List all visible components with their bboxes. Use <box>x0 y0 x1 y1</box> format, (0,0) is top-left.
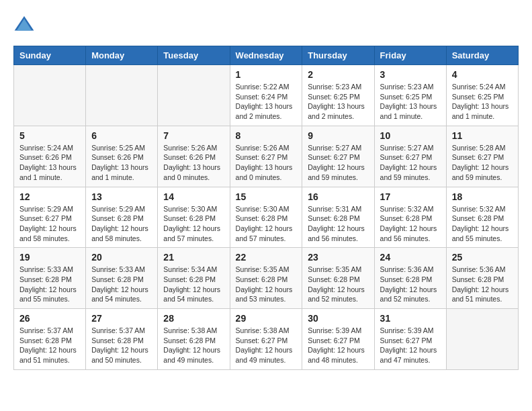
day-number: 26 <box>19 313 80 324</box>
calendar-cell: 28Sunrise: 5:38 AM Sunset: 6:28 PM Dayli… <box>158 309 230 370</box>
day-info: Sunrise: 5:30 AM Sunset: 6:28 PM Dayligh… <box>236 204 297 244</box>
day-number: 22 <box>236 252 297 263</box>
calendar-cell: 8Sunrise: 5:26 AM Sunset: 6:27 PM Daylig… <box>230 126 302 187</box>
day-number: 18 <box>452 191 513 202</box>
day-number: 20 <box>91 252 152 263</box>
calendar-cell: 27Sunrise: 5:37 AM Sunset: 6:28 PM Dayli… <box>86 309 158 370</box>
day-info: Sunrise: 5:22 AM Sunset: 6:24 PM Dayligh… <box>236 82 297 122</box>
day-info: Sunrise: 5:26 AM Sunset: 6:26 PM Dayligh… <box>163 143 224 183</box>
calendar-cell: 19Sunrise: 5:33 AM Sunset: 6:28 PM Dayli… <box>14 248 86 309</box>
day-info: Sunrise: 5:23 AM Sunset: 6:25 PM Dayligh… <box>380 82 441 122</box>
day-info: Sunrise: 5:24 AM Sunset: 6:26 PM Dayligh… <box>19 143 80 183</box>
day-number: 13 <box>91 191 152 202</box>
day-number: 12 <box>19 191 80 202</box>
weekday-header-saturday: Saturday <box>446 46 518 65</box>
calendar-cell: 6Sunrise: 5:25 AM Sunset: 6:26 PM Daylig… <box>86 126 158 187</box>
calendar-cell: 23Sunrise: 5:35 AM Sunset: 6:28 PM Dayli… <box>302 248 374 309</box>
day-info: Sunrise: 5:27 AM Sunset: 6:27 PM Dayligh… <box>308 143 368 183</box>
calendar-cell: 25Sunrise: 5:36 AM Sunset: 6:28 PM Dayli… <box>446 248 518 309</box>
day-info: Sunrise: 5:38 AM Sunset: 6:28 PM Dayligh… <box>163 326 224 365</box>
day-number: 10 <box>380 130 441 141</box>
day-number: 23 <box>308 252 368 263</box>
calendar-cell: 14Sunrise: 5:30 AM Sunset: 6:28 PM Dayli… <box>158 187 230 248</box>
calendar-cell: 5Sunrise: 5:24 AM Sunset: 6:26 PM Daylig… <box>14 126 86 187</box>
day-number: 6 <box>91 130 152 141</box>
day-info: Sunrise: 5:29 AM Sunset: 6:28 PM Dayligh… <box>91 204 152 244</box>
day-info: Sunrise: 5:32 AM Sunset: 6:28 PM Dayligh… <box>380 204 441 244</box>
weekday-header-sunday: Sunday <box>14 46 86 65</box>
calendar-cell: 7Sunrise: 5:26 AM Sunset: 6:26 PM Daylig… <box>158 126 230 187</box>
day-info: Sunrise: 5:26 AM Sunset: 6:27 PM Dayligh… <box>236 143 297 183</box>
calendar-week-2: 5Sunrise: 5:24 AM Sunset: 6:26 PM Daylig… <box>14 126 519 187</box>
weekday-header-tuesday: Tuesday <box>158 46 230 65</box>
day-number: 4 <box>452 69 513 80</box>
page-header <box>13 13 519 35</box>
calendar-table: SundayMondayTuesdayWednesdayThursdayFrid… <box>13 46 519 370</box>
day-number: 19 <box>19 252 80 263</box>
calendar-cell: 15Sunrise: 5:30 AM Sunset: 6:28 PM Dayli… <box>230 187 302 248</box>
calendar-cell: 24Sunrise: 5:36 AM Sunset: 6:28 PM Dayli… <box>374 248 446 309</box>
calendar-cell: 3Sunrise: 5:23 AM Sunset: 6:25 PM Daylig… <box>374 65 446 126</box>
calendar-cell: 2Sunrise: 5:23 AM Sunset: 6:25 PM Daylig… <box>302 65 374 126</box>
calendar-cell: 29Sunrise: 5:38 AM Sunset: 6:27 PM Dayli… <box>230 309 302 370</box>
calendar-cell: 16Sunrise: 5:31 AM Sunset: 6:28 PM Dayli… <box>302 187 374 248</box>
day-number: 14 <box>163 191 224 202</box>
day-number: 8 <box>236 130 297 141</box>
day-number: 5 <box>19 130 80 141</box>
calendar-cell: 4Sunrise: 5:24 AM Sunset: 6:25 PM Daylig… <box>446 65 518 126</box>
day-info: Sunrise: 5:35 AM Sunset: 6:28 PM Dayligh… <box>308 265 368 304</box>
logo-icon <box>13 13 35 35</box>
calendar-cell: 12Sunrise: 5:29 AM Sunset: 6:27 PM Dayli… <box>14 187 86 248</box>
day-info: Sunrise: 5:37 AM Sunset: 6:28 PM Dayligh… <box>91 326 152 365</box>
calendar-week-4: 19Sunrise: 5:33 AM Sunset: 6:28 PM Dayli… <box>14 248 519 309</box>
day-info: Sunrise: 5:25 AM Sunset: 6:26 PM Dayligh… <box>91 143 152 183</box>
day-number: 25 <box>452 252 513 263</box>
day-info: Sunrise: 5:30 AM Sunset: 6:28 PM Dayligh… <box>163 204 224 244</box>
day-info: Sunrise: 5:31 AM Sunset: 6:28 PM Dayligh… <box>308 204 368 244</box>
day-number: 2 <box>308 69 368 80</box>
weekday-header-row: SundayMondayTuesdayWednesdayThursdayFrid… <box>14 46 519 65</box>
day-info: Sunrise: 5:37 AM Sunset: 6:28 PM Dayligh… <box>19 326 80 365</box>
weekday-header-friday: Friday <box>374 46 446 65</box>
calendar-week-1: 1Sunrise: 5:22 AM Sunset: 6:24 PM Daylig… <box>14 65 519 126</box>
calendar-cell: 18Sunrise: 5:32 AM Sunset: 6:28 PM Dayli… <box>446 187 518 248</box>
day-info: Sunrise: 5:36 AM Sunset: 6:28 PM Dayligh… <box>380 265 441 304</box>
day-info: Sunrise: 5:38 AM Sunset: 6:27 PM Dayligh… <box>236 326 297 365</box>
day-number: 3 <box>380 69 441 80</box>
day-info: Sunrise: 5:39 AM Sunset: 6:27 PM Dayligh… <box>308 326 368 365</box>
weekday-header-wednesday: Wednesday <box>230 46 302 65</box>
calendar-cell: 22Sunrise: 5:35 AM Sunset: 6:28 PM Dayli… <box>230 248 302 309</box>
calendar-cell <box>446 309 518 370</box>
calendar-cell: 10Sunrise: 5:27 AM Sunset: 6:27 PM Dayli… <box>374 126 446 187</box>
day-info: Sunrise: 5:28 AM Sunset: 6:27 PM Dayligh… <box>452 143 513 183</box>
calendar-cell: 9Sunrise: 5:27 AM Sunset: 6:27 PM Daylig… <box>302 126 374 187</box>
calendar-cell: 31Sunrise: 5:39 AM Sunset: 6:27 PM Dayli… <box>374 309 446 370</box>
calendar-cell <box>14 65 86 126</box>
day-info: Sunrise: 5:27 AM Sunset: 6:27 PM Dayligh… <box>380 143 441 183</box>
calendar-cell: 30Sunrise: 5:39 AM Sunset: 6:27 PM Dayli… <box>302 309 374 370</box>
day-info: Sunrise: 5:39 AM Sunset: 6:27 PM Dayligh… <box>380 326 441 365</box>
calendar-cell <box>158 65 230 126</box>
day-info: Sunrise: 5:35 AM Sunset: 6:28 PM Dayligh… <box>236 265 297 304</box>
day-info: Sunrise: 5:33 AM Sunset: 6:28 PM Dayligh… <box>91 265 152 304</box>
day-number: 24 <box>380 252 441 263</box>
day-number: 30 <box>308 313 368 324</box>
day-number: 16 <box>308 191 368 202</box>
day-number: 15 <box>236 191 297 202</box>
day-number: 17 <box>380 191 441 202</box>
calendar-cell: 21Sunrise: 5:34 AM Sunset: 6:28 PM Dayli… <box>158 248 230 309</box>
calendar-week-5: 26Sunrise: 5:37 AM Sunset: 6:28 PM Dayli… <box>14 309 519 370</box>
calendar-header: SundayMondayTuesdayWednesdayThursdayFrid… <box>14 46 519 65</box>
day-info: Sunrise: 5:23 AM Sunset: 6:25 PM Dayligh… <box>308 82 368 122</box>
logo <box>13 13 38 35</box>
day-number: 9 <box>308 130 368 141</box>
day-info: Sunrise: 5:36 AM Sunset: 6:28 PM Dayligh… <box>452 265 513 304</box>
day-number: 11 <box>452 130 513 141</box>
calendar-cell: 1Sunrise: 5:22 AM Sunset: 6:24 PM Daylig… <box>230 65 302 126</box>
calendar-cell: 13Sunrise: 5:29 AM Sunset: 6:28 PM Dayli… <box>86 187 158 248</box>
calendar-cell: 11Sunrise: 5:28 AM Sunset: 6:27 PM Dayli… <box>446 126 518 187</box>
calendar-week-3: 12Sunrise: 5:29 AM Sunset: 6:27 PM Dayli… <box>14 187 519 248</box>
day-info: Sunrise: 5:32 AM Sunset: 6:28 PM Dayligh… <box>452 204 513 244</box>
calendar-cell: 26Sunrise: 5:37 AM Sunset: 6:28 PM Dayli… <box>14 309 86 370</box>
day-number: 28 <box>163 313 224 324</box>
